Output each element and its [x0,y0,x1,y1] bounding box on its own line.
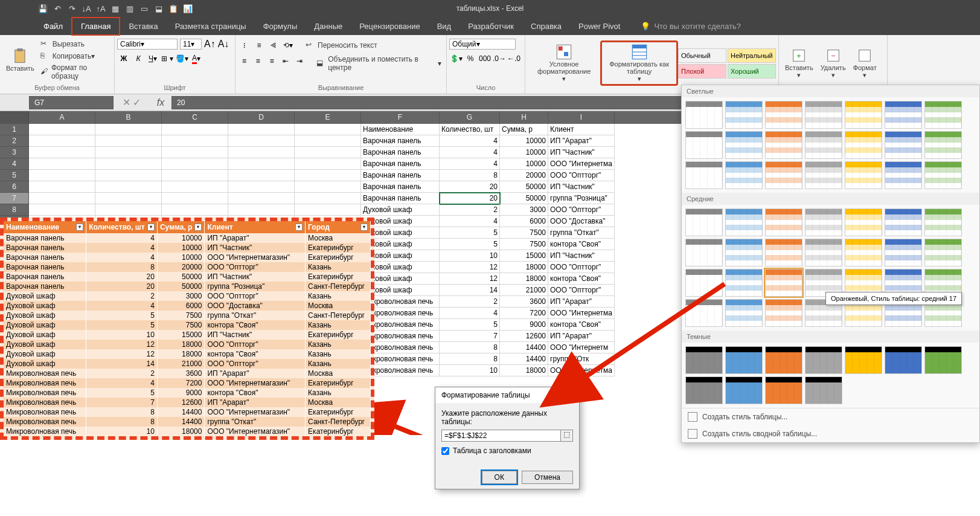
cell[interactable] [295,124,361,135]
cell[interactable]: ООО "Оптторг" [548,204,615,216]
cell[interactable] [29,181,95,193]
table-style-thumb[interactable] [885,131,922,159]
cell[interactable]: 6000 [500,216,548,227]
cell[interactable] [29,170,95,181]
cell[interactable] [228,204,295,216]
table-style-thumb[interactable] [924,208,962,236]
table-style-thumb[interactable] [805,376,842,404]
range-input[interactable] [441,430,561,442]
cancel-button[interactable]: Отмена [522,471,573,484]
save-icon[interactable]: 💾 [36,2,50,15]
cell[interactable]: 10000 [500,135,548,147]
row-header[interactable]: 1 [0,124,29,135]
cell[interactable] [295,135,361,147]
cell[interactable]: 7500 [500,227,548,239]
filter-icon[interactable]: ▾ [295,224,303,231]
table-style-thumb[interactable] [725,346,763,374]
cell[interactable]: 4 [440,308,500,319]
select-all-corner[interactable] [0,111,29,124]
cell[interactable]: Наименование [361,124,440,135]
tab-data[interactable]: Данные [306,18,351,34]
filter-icon[interactable]: ▾ [76,224,83,231]
indent-increase-icon[interactable]: ⇥ [293,54,306,68]
cell[interactable]: ООО "Оптторг" [548,262,615,273]
table-style-thumb[interactable] [765,131,802,159]
table-style-thumb[interactable] [685,346,723,374]
table-style-thumb[interactable] [924,161,962,189]
tab-help[interactable]: Справка [522,18,570,34]
cell[interactable]: 21000 [500,285,548,296]
cell[interactable]: 50000 [500,193,548,204]
cell[interactable] [95,204,162,216]
cell[interactable]: 5 [440,227,500,239]
table-style-thumb[interactable] [885,101,922,129]
cell[interactable] [29,158,95,170]
cell[interactable]: группа "Откат" [548,227,615,239]
cell[interactable]: 14400 [500,353,548,365]
table-style-thumb[interactable] [924,239,962,266]
delete-cells-button[interactable]: −Удалить▾ [817,46,850,80]
cell[interactable] [162,181,228,193]
overlay-header[interactable]: Количество, шт▾ [86,221,158,233]
cell[interactable]: 4 [440,147,500,158]
table-style-thumb[interactable] [805,208,842,236]
format-painter-button[interactable]: 🖌Формат по образцу [38,63,112,81]
percent-icon[interactable]: % [464,52,477,65]
cell[interactable]: 5 [440,319,500,331]
cell[interactable]: ИП "Арарат" [548,296,615,308]
cell[interactable]: 8 [440,342,500,353]
decrease-font-icon[interactable]: A↓ [218,39,229,50]
cell[interactable]: группа "Розница" [548,193,615,204]
table-style-thumb[interactable] [765,299,802,327]
table-style-thumb[interactable] [845,131,882,159]
table-style-thumb[interactable] [725,239,763,266]
italic-button[interactable]: К [132,52,145,65]
cell[interactable]: 3600 [500,296,548,308]
tab-file[interactable]: Файл [35,18,71,34]
col-header-F[interactable]: F [361,111,440,124]
qat-filter-icon[interactable]: ▦ [109,2,122,15]
cell[interactable]: 8 [440,170,500,181]
table-style-thumb[interactable] [924,346,962,374]
cell[interactable]: 12 [440,262,500,273]
cell[interactable]: 7 [440,331,500,342]
table-style-thumb[interactable] [805,239,842,266]
table-style-thumb[interactable] [725,208,763,236]
increase-font-icon[interactable]: A↑ [204,39,216,50]
cell[interactable] [295,181,361,193]
cell[interactable]: Клиент [548,124,615,135]
cell[interactable]: контора "Своя" [548,273,615,285]
filter-icon[interactable]: ▾ [360,224,368,231]
cell[interactable] [295,158,361,170]
cell[interactable]: 8 [440,353,500,365]
table-style-thumb[interactable] [685,269,723,297]
cell[interactable]: ООО "Доставка" [548,216,615,227]
copy-button[interactable]: ⎘Копировать ▾ [38,51,112,62]
table-style-thumb[interactable] [765,208,802,236]
cell[interactable]: 10 [440,365,500,376]
cell[interactable]: 7200 [500,308,548,319]
col-header-I[interactable]: I [548,111,615,124]
cell[interactable] [228,124,295,135]
qat-merge-icon[interactable]: ⬓ [152,2,165,15]
font-size-combo[interactable]: 11 ▾ [180,39,202,50]
ok-button[interactable]: ОК [482,471,517,484]
col-header-G[interactable]: G [440,111,500,124]
cell[interactable] [295,170,361,181]
table-style-thumb[interactable] [885,208,922,236]
align-middle-icon[interactable]: ≡ [252,39,266,52]
cell[interactable]: Варочная панель [361,158,440,170]
dialog-help-icon[interactable]: ? [556,391,560,399]
overlay-header[interactable]: Клиент▾ [205,221,306,233]
table-style-thumb[interactable] [885,161,922,189]
row-header[interactable]: 4 [0,158,29,170]
font-color-button[interactable]: A▾ [190,52,203,65]
row-header[interactable]: 3 [0,147,29,158]
cell[interactable] [162,124,228,135]
cell[interactable]: 20 [440,181,500,193]
cell[interactable] [95,147,162,158]
fill-color-button[interactable]: 🪣▾ [175,52,188,65]
align-right-icon[interactable]: ≡ [266,54,278,68]
table-style-thumb[interactable] [805,161,842,189]
cell[interactable]: 20000 [500,170,548,181]
